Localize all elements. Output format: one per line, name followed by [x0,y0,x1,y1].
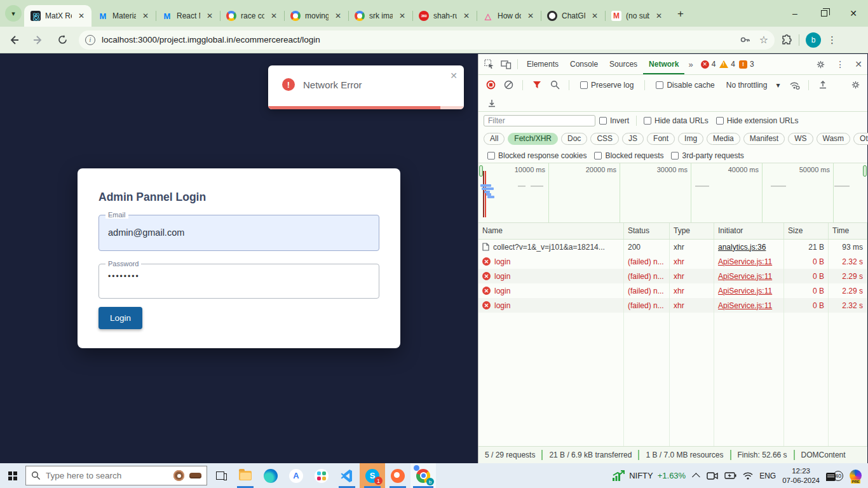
device-toolbar-icon[interactable] [498,56,514,72]
search-input[interactable] [46,471,168,480]
password-field[interactable]: Password •••••••• [98,264,379,299]
devtools-tab-console[interactable]: Console [564,54,604,74]
filter-funnel-icon[interactable] [530,79,544,92]
error-badge[interactable]: ✕4 [701,60,716,69]
chip-js[interactable]: JS [622,133,644,145]
copilot-icon[interactable]: PRE [850,470,862,482]
skype-button[interactable]: S1 [360,463,385,488]
email-value[interactable]: admin@gmail.com [99,215,379,250]
table-row[interactable]: ✕login (failed) n... xhr ApiService.js:1… [478,254,867,269]
hide-extension-urls-checkbox[interactable]: Hide extension URLs [716,116,799,125]
devtools-tab-sources[interactable]: Sources [604,54,643,74]
tab-close-icon[interactable]: ✕ [461,11,471,21]
site-info-icon[interactable]: i [85,35,95,45]
export-har-icon[interactable] [485,97,499,109]
back-button[interactable] [4,30,24,50]
browser-tab[interactable]: race co ✕ [220,5,284,27]
col-status[interactable]: Status [624,223,670,239]
language-indicator[interactable]: ENG [759,471,776,480]
devtools-tab-network[interactable]: Network [643,54,684,74]
tab-close-icon[interactable]: ✕ [654,11,664,21]
tab-close-icon[interactable]: ✕ [590,11,600,21]
chip-img[interactable]: Img [678,133,703,145]
taskbar-search[interactable] [25,466,207,485]
col-size[interactable]: Size [784,223,829,239]
chip-media[interactable]: Media [707,133,740,145]
restore-button[interactable] [810,0,839,27]
app-store-button[interactable]: A [283,463,309,488]
password-key-icon[interactable] [740,34,750,45]
browser-tab[interactable]: M React M ✕ [156,5,220,27]
devtools-menu-icon[interactable]: ⋮ [831,59,850,69]
chip-doc[interactable]: Doc [561,133,587,145]
devtools-tab-elements[interactable]: Elements [521,54,564,74]
col-type[interactable]: Type [670,223,714,239]
chip-all[interactable]: All [484,133,505,145]
request-initiator-link[interactable]: ApiService.js:11 [718,257,772,266]
new-tab-button[interactable]: + [672,5,689,23]
col-time[interactable]: Time [829,223,867,239]
chip-fetch-xhr[interactable]: Fetch/XHR [508,133,558,145]
clear-network-log-icon[interactable] [501,79,515,92]
more-tabs-icon[interactable]: » [684,60,696,69]
col-initiator[interactable]: Initiator [714,223,784,239]
table-row[interactable]: ✕login (failed) n... xhr ApiService.js:1… [478,298,867,313]
throttling-dropdown[interactable]: No throttling▾ [726,81,780,90]
tab-close-icon[interactable]: ✕ [269,11,279,21]
browser-menu-icon[interactable]: ⋮ [821,34,844,46]
table-row[interactable]: collect?v=1&_v=j101&a=18214... 200 xhr a… [478,240,867,254]
request-initiator-link[interactable]: ApiService.js:11 [718,301,772,310]
forward-button[interactable] [28,30,48,50]
preserve-log-checkbox[interactable]: Preserve log [580,81,634,90]
disable-cache-checkbox[interactable]: Disable cache [656,81,714,90]
warning-badge[interactable]: 4 [719,60,735,69]
browser-tab[interactable]: M (no sub ✕ [605,5,669,27]
record-network-log-icon[interactable] [484,79,498,92]
close-window-button[interactable]: ✕ [839,0,868,27]
browser-tab-active[interactable]: MatX Re ✕ [24,5,92,27]
edge-button[interactable] [258,463,283,488]
task-view-button[interactable] [207,463,233,488]
search-icon[interactable] [548,79,562,92]
network-overview-timeline[interactable]: 10000 ms 20000 ms 30000 ms 40000 ms 5000… [478,163,867,223]
profile-avatar[interactable]: b [806,32,821,48]
tab-close-icon[interactable]: ✕ [205,11,215,21]
third-party-requests-checkbox[interactable]: 3rd-party requests [671,151,743,160]
chip-css[interactable]: CSS [590,133,619,145]
invert-checkbox[interactable]: Invert [599,116,629,125]
battery-icon[interactable] [724,472,736,479]
table-row[interactable]: ✕login (failed) n... xhr ApiService.js:1… [478,283,867,298]
request-initiator-link[interactable]: ApiService.js:11 [718,272,772,281]
extensions-icon[interactable] [781,34,792,46]
chocolate-doodle-icon[interactable] [189,473,201,478]
email-field[interactable]: Email admin@gmail.com [98,215,379,251]
import-har-icon[interactable] [816,79,830,92]
hide-data-urls-checkbox[interactable]: Hide data URLs [644,116,709,125]
notification-center[interactable]: 40 [826,471,843,481]
vscode-button[interactable] [334,463,360,488]
browser-tab[interactable]: srk ima ✕ [348,5,412,27]
stocks-widget[interactable]: NIFTY +1.63% [609,470,688,482]
devtools-settings-icon[interactable] [811,60,831,69]
browser-tab[interactable]: △ How do ✕ [477,5,541,27]
browser-tab[interactable]: moving ✕ [284,5,348,27]
inspect-element-icon[interactable] [481,56,498,72]
slack-button[interactable] [309,463,334,488]
meet-now-icon[interactable] [707,471,718,480]
issues-badge[interactable]: !3 [739,60,754,69]
browser-tab[interactable]: ChatGP ✕ [541,5,605,27]
blocked-response-cookies-checkbox[interactable]: Blocked response cookies [487,151,587,160]
browser-tab[interactable]: M Materia ✕ [92,5,156,27]
login-button[interactable]: Login [98,307,142,329]
donut-doodle-icon[interactable] [173,470,184,481]
table-row[interactable]: ✕login (failed) n... xhr ApiService.js:1… [478,269,867,283]
url-text[interactable]: localhost:3000/project.imgglobal.in/ecom… [102,35,731,44]
minimize-button[interactable]: – [780,0,810,27]
bookmark-star-icon[interactable]: ☆ [759,34,768,46]
chip-manifest[interactable]: Manifest [743,133,785,145]
start-button[interactable] [0,463,25,488]
chrome-button[interactable]: b [410,463,436,488]
address-bar[interactable]: i localhost:3000/project.imgglobal.in/ec… [79,30,775,50]
chip-ws[interactable]: WS [788,133,813,145]
blocked-requests-checkbox[interactable]: Blocked requests [594,151,663,160]
